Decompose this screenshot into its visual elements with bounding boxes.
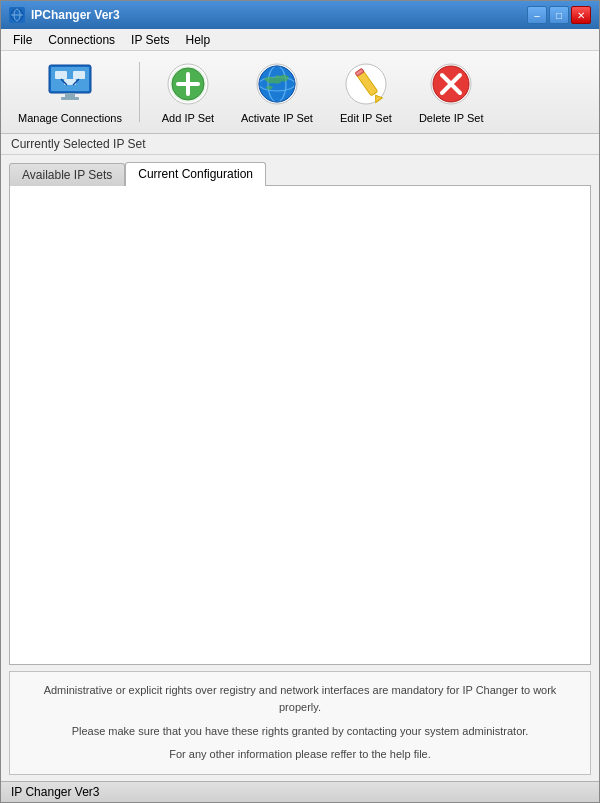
activate-ip-set-button[interactable]: Activate IP Set xyxy=(232,55,322,129)
menu-ip-sets[interactable]: IP Sets xyxy=(123,31,177,49)
menu-file[interactable]: File xyxy=(5,31,40,49)
menu-connections[interactable]: Connections xyxy=(40,31,123,49)
add-ip-set-button[interactable]: Add IP Set xyxy=(148,55,228,129)
close-button[interactable]: ✕ xyxy=(571,6,591,24)
info-line-2: Please make sure that you have these rig… xyxy=(30,723,570,741)
tab-available-ip-sets[interactable]: Available IP Sets xyxy=(9,163,125,186)
svg-rect-10 xyxy=(65,93,75,97)
edit-ip-set-label: Edit IP Set xyxy=(340,112,392,124)
maximize-button[interactable]: □ xyxy=(549,6,569,24)
menu-help[interactable]: Help xyxy=(178,31,219,49)
menu-bar: File Connections IP Sets Help xyxy=(1,29,599,51)
info-line-1: Administrative or explicit rights over r… xyxy=(30,682,570,717)
title-bar: IPChanger Ver3 – □ ✕ xyxy=(1,1,599,29)
add-ip-set-icon xyxy=(164,60,212,108)
app-icon xyxy=(9,7,25,23)
svg-rect-6 xyxy=(73,71,85,79)
edit-ip-set-button[interactable]: Edit IP Set xyxy=(326,55,406,129)
svg-rect-11 xyxy=(61,97,79,100)
manage-connections-icon xyxy=(46,60,94,108)
info-box: Administrative or explicit rights over r… xyxy=(9,671,591,775)
selected-ip-set-status: Currently Selected IP Set xyxy=(1,134,599,155)
window-controls: – □ ✕ xyxy=(527,6,591,24)
main-window: IPChanger Ver3 – □ ✕ File Connections IP… xyxy=(0,0,600,803)
info-line-3: For any other information please reffer … xyxy=(30,746,570,764)
minimize-button[interactable]: – xyxy=(527,6,547,24)
bottom-status-text: IP Changer Ver3 xyxy=(11,785,100,799)
add-ip-set-label: Add IP Set xyxy=(162,112,214,124)
delete-ip-set-icon xyxy=(427,60,475,108)
activate-ip-set-label: Activate IP Set xyxy=(241,112,313,124)
manage-connections-button[interactable]: Manage Connections xyxy=(9,55,131,129)
tab-panel xyxy=(9,185,591,665)
tab-bar: Available IP Sets Current Configuration xyxy=(9,161,591,186)
activate-ip-set-icon xyxy=(253,60,301,108)
bottom-status-bar: IP Changer Ver3 xyxy=(1,781,599,802)
delete-ip-set-label: Delete IP Set xyxy=(419,112,484,124)
window-title: IPChanger Ver3 xyxy=(31,8,527,22)
delete-ip-set-button[interactable]: Delete IP Set xyxy=(410,55,493,129)
manage-connections-label: Manage Connections xyxy=(18,112,122,124)
content-area: Available IP Sets Current Configuration … xyxy=(1,155,599,781)
toolbar-sep-1 xyxy=(139,62,140,122)
edit-ip-set-icon xyxy=(342,60,390,108)
svg-rect-5 xyxy=(55,71,67,79)
tab-current-configuration[interactable]: Current Configuration xyxy=(125,162,266,186)
toolbar: Manage Connections Add IP Set xyxy=(1,51,599,134)
